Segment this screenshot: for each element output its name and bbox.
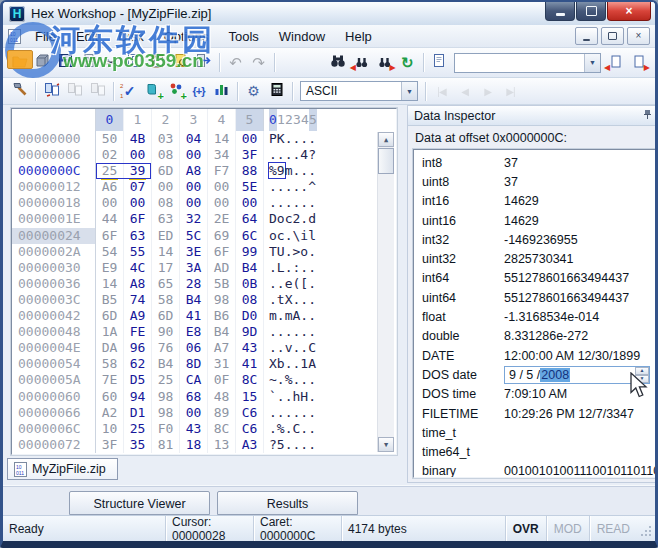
address-cell[interactable]: 00000012 [12,179,96,195]
replace-button[interactable]: ↻ [396,52,419,74]
byte-cell[interactable]: 74 [124,292,152,308]
menu-item-tools[interactable]: Tools [218,27,268,46]
byte-cell[interactable]: 6F [96,228,124,244]
byte-cell[interactable]: 00 [96,195,124,211]
compare-resync-button[interactable] [63,80,86,102]
address-combo[interactable]: ▼ [454,53,601,73]
ascii-cell[interactable]: .tX... [263,292,316,308]
next-bookmark-button[interactable]: ▶ [627,52,650,74]
byte-cell[interactable]: 3F [236,147,264,163]
options-button[interactable]: ⚙ [242,80,265,102]
byte-cell[interactable]: 0B [236,276,264,292]
find-button[interactable] [327,52,350,74]
byte-cell[interactable]: 25 [124,421,152,437]
hex-column-header[interactable]: 1 [124,109,152,131]
byte-cell[interactable]: 2E [208,211,236,227]
cut-button[interactable]: ✂ [100,52,123,74]
ascii-cell[interactable]: ?5.... [263,437,316,453]
maximize-button[interactable] [576,2,606,21]
compare-button[interactable] [40,80,63,102]
byte-cell[interactable]: F7 [208,163,236,179]
color-map-button[interactable]: + [164,80,187,102]
byte-cell[interactable]: 63 [124,228,152,244]
byte-cell[interactable]: A8 [124,276,152,292]
goto-first-button[interactable]: |◀ [430,80,453,102]
byte-cell[interactable]: E8 [180,324,208,340]
address-cell[interactable]: 00000006 [12,147,96,163]
byte-cell[interactable]: A6 [96,179,124,195]
ascii-cell[interactable]: ~.%... [263,372,316,388]
statistics-button[interactable] [210,80,233,102]
goto-previous-button[interactable]: ◀ [453,80,476,102]
byte-cell[interactable]: F0 [152,421,180,437]
export-button[interactable] [192,52,215,74]
byte-cell[interactable]: 6F [124,211,152,227]
menu-item-edit[interactable]: Edit [66,27,108,46]
byte-cell[interactable]: 25 [152,372,180,388]
dos-date-editor[interactable]: 9 / 5 /2008▲▼ [504,366,650,384]
spin-down-button[interactable]: ▼ [635,375,649,383]
byte-cell[interactable]: B4 [152,356,180,372]
mdi-minimize-button[interactable] [575,27,598,45]
byte-cell[interactable]: 00 [236,131,264,147]
byte-cell[interactable]: 89 [208,405,236,421]
hex-column-header[interactable]: 5 [236,109,264,131]
byte-cell[interactable]: 81 [152,437,180,453]
byte-cell[interactable]: B4 [208,324,236,340]
byte-cell[interactable]: 98 [208,292,236,308]
address-cell[interactable]: 0000005A [12,372,96,388]
hex-column-header[interactable]: 4 [208,109,236,131]
byte-cell[interactable]: 8D [180,356,208,372]
close-button[interactable]: × [607,2,651,21]
byte-cell[interactable]: 6D [152,308,180,324]
minimize-button[interactable] [545,2,575,21]
byte-cell[interactable]: 6F [208,244,236,260]
byte-cell[interactable]: 55 [124,244,152,260]
hex-column-header[interactable]: 2 [152,109,180,131]
byte-cell[interactable]: 39 [124,163,152,179]
undo-button[interactable]: ↶ [224,52,247,74]
byte-cell[interactable]: 13 [208,437,236,453]
byte-cell[interactable]: B6 [208,308,236,324]
byte-cell[interactable]: 3E [180,244,208,260]
print-button[interactable] [77,52,100,74]
ascii-cell[interactable]: ...... [263,195,316,211]
byte-cell[interactable]: 18 [180,437,208,453]
ascii-cell[interactable]: `..hH. [263,389,316,405]
find-previous-button[interactable]: ◀ [350,52,373,74]
byte-cell[interactable]: 63 [152,211,180,227]
byte-cell[interactable]: 00 [236,195,264,211]
ascii-cell[interactable]: Doc2.d [263,211,316,227]
address-cell[interactable]: 00000042 [12,308,96,324]
encoding-select[interactable]: ASCII ▼ [300,81,418,101]
ascii-cell[interactable]: ..v..C [263,340,316,356]
byte-cell[interactable]: C6 [236,421,264,437]
ascii-cell[interactable]: ..e([. [263,276,316,292]
address-cell[interactable]: 00000060 [12,389,96,405]
scroll-down-button[interactable]: ▼ [378,437,394,452]
byte-cell[interactable]: 35 [124,437,152,453]
byte-cell[interactable]: A8 [180,163,208,179]
menu-item-window[interactable]: Window [269,27,335,46]
menu-item-options[interactable]: Options [154,27,219,46]
byte-cell[interactable]: 43 [180,421,208,437]
byte-cell[interactable]: 08 [152,195,180,211]
address-cell[interactable]: 0000006C [12,421,96,437]
add-bookmark-button[interactable]: + [141,80,164,102]
previous-bookmark-button[interactable]: ◀ [604,52,627,74]
goto-next-button[interactable]: ▶ [476,80,499,102]
ascii-cell[interactable]: %9m... [263,163,316,179]
byte-cell[interactable]: 5C [180,228,208,244]
byte-cell[interactable]: AD [208,260,236,276]
byte-cell[interactable]: 14 [208,131,236,147]
ascii-cell[interactable]: ...... [263,405,316,421]
pin-icon[interactable] [643,109,652,122]
byte-cell[interactable]: 03 [152,131,180,147]
address-cell[interactable]: 0000003C [12,292,96,308]
open-button[interactable] [8,52,31,74]
byte-cell[interactable]: 8C [236,372,264,388]
byte-cell[interactable]: 6D [152,163,180,179]
byte-cell[interactable]: 14 [96,276,124,292]
byte-cell[interactable]: 8C [208,421,236,437]
byte-cell[interactable]: 58 [152,292,180,308]
